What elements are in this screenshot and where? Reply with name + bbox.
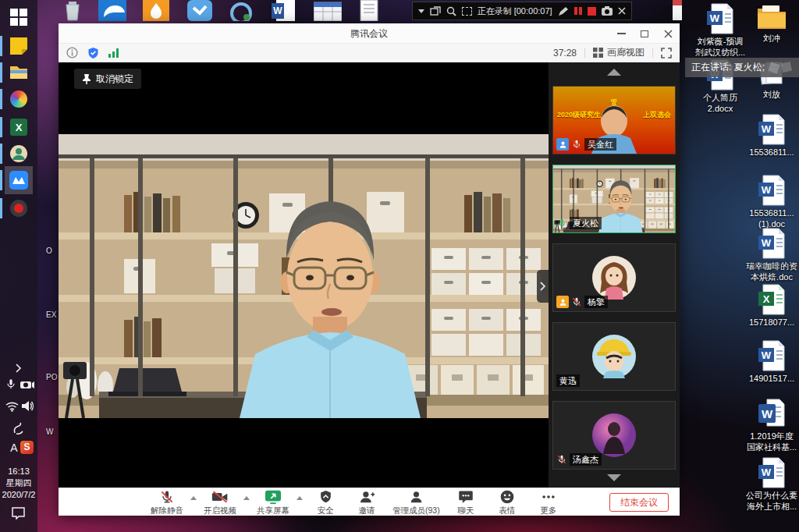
notification-center-icon[interactable] xyxy=(12,507,25,520)
security-button[interactable]: 安全 xyxy=(310,489,341,516)
participant-thumbnail[interactable]: 管 2020级研究生 上双选会 吴金红 xyxy=(552,86,676,154)
recorder-pencil-icon[interactable] xyxy=(558,6,568,16)
desktop-icon[interactable]: 公司为什么要 海外上市相... xyxy=(743,457,799,512)
table-app-icon[interactable] xyxy=(314,0,342,21)
participants-sidebar: 管 2020级研究生 上双选会 吴金红 xyxy=(549,62,680,488)
participant-thumbnail[interactable]: 汤鑫杰 xyxy=(552,401,676,470)
doc-app-icon[interactable] xyxy=(357,0,381,21)
person-icon xyxy=(559,140,567,149)
participant-thumbnail[interactable]: 夏火松 xyxy=(552,165,676,233)
shield-check-icon[interactable] xyxy=(87,47,99,59)
taskbar-sticky-notes[interactable] xyxy=(5,34,33,59)
divider xyxy=(652,48,653,58)
edge-icon[interactable] xyxy=(98,0,126,21)
view-mode-toggle[interactable]: 画廊视图 xyxy=(607,46,645,59)
chevron-icon xyxy=(16,364,22,373)
participant-name: 汤鑫杰 xyxy=(570,453,602,466)
recorder-window-icon[interactable] xyxy=(430,6,441,16)
taskbar-excel[interactable]: X xyxy=(5,115,33,140)
desktop-icon-label: 14901517... xyxy=(743,373,799,384)
share-options-chevron[interactable] xyxy=(297,496,303,500)
invite-button[interactable]: 邀请 xyxy=(351,489,382,516)
mic-muted-icon xyxy=(571,296,582,307)
recorder-pause-icon[interactable] xyxy=(574,6,583,16)
chat-button[interactable]: 聊天 xyxy=(450,489,481,516)
maximize-button[interactable] xyxy=(633,23,656,44)
desktop-icon[interactable]: 1.2019年度 国家社科基... xyxy=(743,398,799,452)
recorder-stop-icon[interactable] xyxy=(588,7,596,16)
unmute-button[interactable]: 解除静音 xyxy=(151,489,183,516)
tray-mic-icon[interactable] xyxy=(5,378,17,392)
security-shield-icon xyxy=(318,489,333,505)
title-bar[interactable]: 腾讯会议 xyxy=(59,23,680,44)
mic-muted-icon xyxy=(159,489,175,505)
participant-thumbnail[interactable]: 杨擎 xyxy=(552,243,676,312)
minimize-button[interactable] xyxy=(609,23,633,44)
speaker-video-scene xyxy=(59,134,549,418)
main-video[interactable]: 取消锁定 xyxy=(59,62,549,488)
partial-icon[interactable] xyxy=(673,0,682,21)
unpin-button[interactable]: 取消锁定 xyxy=(74,69,141,89)
taskbar-screen-recorder[interactable] xyxy=(5,196,33,221)
taskbar-avatar-app[interactable] xyxy=(5,141,33,166)
desktop-icon[interactable]: 刘紫薇-预调 剂武汉纺织... xyxy=(691,3,749,58)
taskbar-tencent-meeting[interactable] xyxy=(5,166,33,194)
desktop-icon[interactable]: 刘冲 xyxy=(743,3,799,44)
share-screen-icon xyxy=(265,489,282,505)
running-indicator xyxy=(0,198,2,218)
fullscreen-icon[interactable] xyxy=(661,48,672,59)
recycle-bin-icon[interactable] xyxy=(62,0,84,21)
desktop-icon[interactable]: 瑞幸咖啡的资 本烘焙.doc xyxy=(743,228,799,282)
taskbar: X A S 16:13 星期四 2020/7/2 xyxy=(0,0,37,532)
app-icon-blue[interactable] xyxy=(187,0,212,21)
taskbar-clock[interactable]: 16:13 星期四 2020/7/2 xyxy=(0,466,37,501)
taskbar-file-explorer[interactable] xyxy=(5,60,33,85)
recorder-camera-icon[interactable] xyxy=(602,6,613,16)
sticky-note-icon xyxy=(10,37,27,55)
color-wheel-icon xyxy=(10,90,27,108)
network-signal-icon[interactable] xyxy=(108,48,119,58)
recorder-menu-icon[interactable] xyxy=(418,9,424,13)
collapse-sidebar-handle[interactable] xyxy=(537,270,549,303)
word-file-icon xyxy=(758,175,786,206)
more-button[interactable]: 更多 xyxy=(533,489,564,516)
unpin-label: 取消锁定 xyxy=(96,73,133,86)
tray-expand-arrow[interactable] xyxy=(5,360,33,376)
running-indicator xyxy=(0,170,2,190)
desktop-icon-label: 15536811... (1).doc xyxy=(743,207,799,229)
desktop-icon[interactable]: 15718077... xyxy=(743,284,799,328)
participant-thumbnail[interactable]: 黄迅 xyxy=(552,322,676,391)
close-button[interactable] xyxy=(656,23,680,44)
scroll-down-arrow[interactable] xyxy=(607,474,621,481)
end-meeting-button[interactable]: 结束会议 xyxy=(609,493,669,512)
scroll-up-arrow[interactable] xyxy=(607,69,621,76)
recorder-region-icon[interactable] xyxy=(462,7,472,16)
tray-projector-icon[interactable] xyxy=(20,379,34,390)
sogou-icon[interactable]: S xyxy=(20,441,34,454)
taskbar-color-wheel-app[interactable] xyxy=(5,87,33,112)
app-icon-circle[interactable] xyxy=(228,0,254,21)
video-options-chevron[interactable] xyxy=(243,496,250,500)
desktop-icon-label: 刘冲 xyxy=(743,33,799,44)
emoji-button[interactable]: 表情 xyxy=(492,489,523,516)
manage-members-button[interactable]: 管理成员(93) xyxy=(392,489,440,516)
tray-pen-icon[interactable] xyxy=(12,421,25,435)
recorder-close-icon[interactable] xyxy=(618,7,626,15)
desktop-icon[interactable]: 15536811... (1).doc xyxy=(743,175,799,229)
running-indicator xyxy=(0,62,2,83)
flame-app-icon[interactable] xyxy=(143,0,169,21)
record-icon xyxy=(9,199,28,218)
share-screen-button[interactable]: 共享屏幕 xyxy=(257,489,289,516)
tray-volume-icon[interactable] xyxy=(21,400,34,412)
info-icon[interactable] xyxy=(66,47,78,59)
word-app-icon[interactable]: W xyxy=(272,0,298,21)
start-video-button[interactable]: 开启视频 xyxy=(204,489,236,516)
tray-wifi-icon[interactable] xyxy=(5,401,19,412)
desktop-icon-label: 个人简历 2.docx xyxy=(691,92,749,114)
recorder-zoom-icon[interactable] xyxy=(446,6,456,16)
desktop-icon[interactable]: 15536811... xyxy=(743,114,799,158)
start-button[interactable] xyxy=(5,5,33,30)
desktop-icon-label: 15718077... xyxy=(743,317,799,328)
desktop-icon[interactable]: 14901517... xyxy=(743,340,799,384)
mic-options-chevron[interactable] xyxy=(190,496,197,500)
